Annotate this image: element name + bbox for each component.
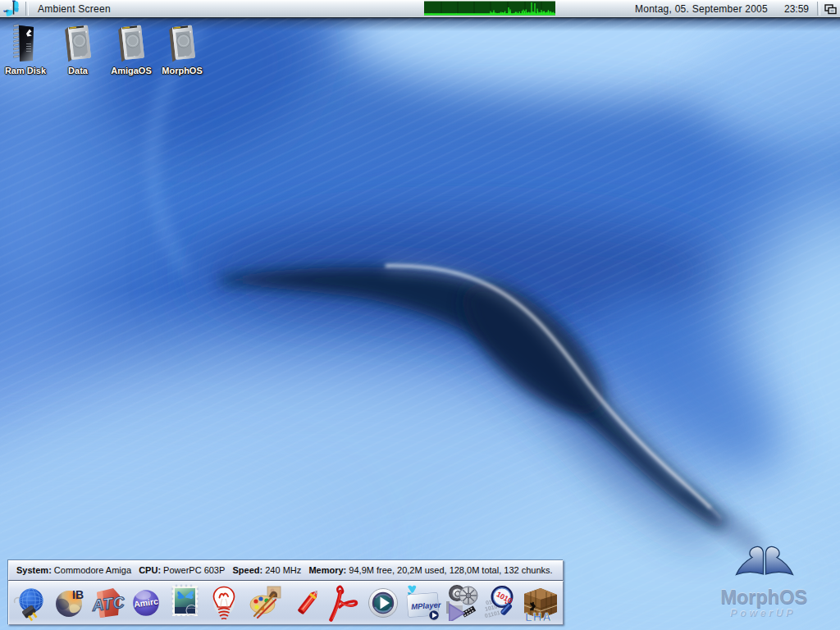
svg-text:LHA: LHA (525, 610, 552, 622)
svg-text:PowerUP: PowerUP (730, 608, 796, 619)
svg-text:ATC: ATC (90, 593, 126, 614)
svg-text:IB: IB (72, 588, 84, 601)
svg-text:MorphOS: MorphOS (720, 587, 807, 608)
